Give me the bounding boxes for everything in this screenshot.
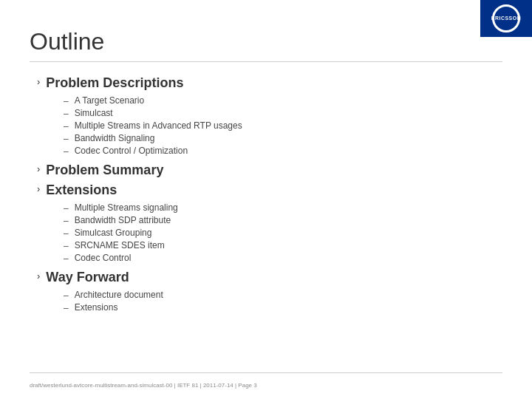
sub-item-label: SRCNAME SDES item — [75, 240, 165, 250]
sub-list-1: – A Target Scenario – Simulcast – Multip… — [64, 95, 502, 157]
logo-area: ERICSSON — [480, 0, 532, 37]
section-label-2: Problem Summary — [46, 163, 163, 178]
section-problem-descriptions: › Problem Descriptions — [37, 75, 502, 91]
sub-list-4: – Architecture document – Extensions — [64, 290, 502, 313]
list-item: – Multiple Streams signaling — [64, 202, 502, 214]
page-title: Outline — [30, 28, 502, 55]
footer: draft/westerlund-avtcore-multistream-and… — [30, 372, 502, 390]
dash-icon: – — [64, 121, 69, 132]
sub-item-label: A Target Scenario — [75, 95, 145, 106]
chevron-icon-1: › — [37, 76, 40, 87]
section-extensions: › Extensions — [37, 183, 502, 198]
dash-icon: – — [64, 96, 69, 106]
dash-icon: – — [64, 134, 69, 144]
sub-item-label: Bandwidth Signaling — [75, 133, 155, 143]
section-way-forward: › Way Forward — [37, 270, 502, 285]
logo-circle: ERICSSON — [492, 4, 520, 33]
sub-item-label: Extensions — [75, 302, 118, 313]
section-label-1: Problem Descriptions — [46, 75, 183, 91]
list-item: – Simulcast — [64, 108, 502, 119]
section-label-4: Way Forward — [46, 270, 129, 285]
dash-icon: – — [64, 303, 69, 313]
list-item: – Bandwidth Signaling — [64, 133, 502, 144]
sub-item-label: Multiple Streams in Advanced RTP usages — [75, 120, 242, 131]
chevron-icon-4: › — [37, 270, 40, 282]
list-item: – Extensions — [64, 302, 502, 313]
dash-icon: – — [64, 290, 69, 301]
sub-item-label: Codec Control / Optimization — [75, 146, 188, 156]
chevron-icon-3: › — [37, 183, 40, 194]
section-label-3: Extensions — [46, 183, 117, 198]
footer-text: draft/westerlund-avtcore-multistream-and… — [30, 382, 257, 389]
dash-icon: – — [64, 146, 69, 157]
sub-item-label: Multiple Streams signaling — [75, 202, 178, 213]
list-item: – A Target Scenario — [64, 95, 502, 106]
dash-icon: – — [64, 203, 69, 214]
sub-item-label: Simulcast — [75, 108, 113, 118]
main-content: › Problem Descriptions – A Target Scenar… — [30, 75, 502, 313]
chevron-icon-2: › — [37, 163, 40, 174]
sub-item-label: Simulcast Grouping — [75, 228, 152, 238]
dash-icon: – — [64, 253, 69, 264]
dash-icon: – — [64, 216, 69, 226]
dash-icon: – — [64, 228, 69, 239]
list-item: – SRCNAME SDES item — [64, 240, 502, 251]
dash-icon: – — [64, 109, 69, 119]
slide-page: ERICSSON Outline › Problem Descriptions … — [0, 0, 532, 399]
section-problem-summary: › Problem Summary — [37, 163, 502, 178]
title-divider — [30, 61, 502, 62]
dash-icon: – — [64, 241, 69, 251]
list-item: – Bandwidth SDP attribute — [64, 215, 502, 226]
list-item: – Multiple Streams in Advanced RTP usage… — [64, 120, 502, 132]
list-item: – Codec Control — [64, 253, 502, 264]
list-item: – Simulcast Grouping — [64, 228, 502, 239]
sub-item-label: Bandwidth SDP attribute — [75, 215, 171, 225]
logo-text: ERICSSON — [491, 16, 522, 21]
sub-item-label: Codec Control — [75, 253, 132, 263]
sub-list-3: – Multiple Streams signaling – Bandwidth… — [64, 202, 502, 264]
list-item: – Codec Control / Optimization — [64, 146, 502, 157]
list-item: – Architecture document — [64, 290, 502, 301]
sub-item-label: Architecture document — [75, 290, 163, 300]
